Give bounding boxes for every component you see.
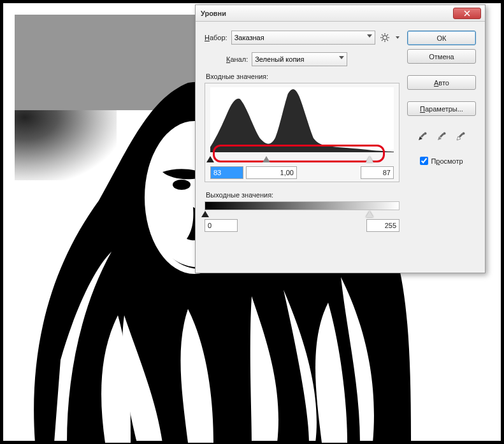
histogram-box: 83 1,00 87 <box>205 83 400 182</box>
output-black-slider[interactable] <box>201 211 209 217</box>
preview-checkbox[interactable] <box>420 157 428 165</box>
output-white-slider[interactable] <box>366 211 373 217</box>
output-white-field[interactable]: 255 <box>366 219 400 232</box>
channel-select[interactable]: Зеленый копия <box>252 52 347 66</box>
svg-point-12 <box>424 132 427 135</box>
gamma-slider[interactable] <box>263 156 270 162</box>
svg-point-2 <box>383 36 387 39</box>
black-point-slider[interactable] <box>206 156 214 162</box>
preset-label: Набор: <box>205 34 227 41</box>
white-point-slider[interactable] <box>366 156 373 162</box>
eyedropper-black-button[interactable] <box>416 129 429 141</box>
auto-button[interactable]: Авто <box>407 75 476 90</box>
svg-point-16 <box>463 132 465 135</box>
preset-value: Заказная <box>234 34 264 41</box>
close-button[interactable] <box>453 8 481 19</box>
input-white-field[interactable]: 87 <box>361 166 394 179</box>
options-button[interactable]: Параметры... <box>407 101 476 116</box>
preview-label: Просмотр <box>431 157 463 165</box>
svg-line-7 <box>382 34 383 36</box>
chevron-down-icon <box>339 56 344 59</box>
dialog-title: Уровни <box>199 10 453 17</box>
eyedropper-black-icon <box>417 131 428 141</box>
input-black-field[interactable]: 83 <box>210 166 243 179</box>
gear-icon <box>380 33 389 42</box>
svg-line-8 <box>387 39 388 41</box>
preset-select[interactable]: Заказная <box>231 31 375 45</box>
channel-value: Зеленый копия <box>255 55 304 63</box>
input-gamma-field[interactable]: 1,00 <box>246 166 297 179</box>
output-levels-label: Выходные значения: <box>206 191 400 199</box>
svg-point-14 <box>443 132 446 135</box>
cancel-button[interactable]: Отмена <box>407 49 476 64</box>
titlebar[interactable]: Уровни <box>196 5 485 22</box>
levels-dialog: Уровни Набор: Заказная Канал: Зеленый <box>195 4 486 273</box>
svg-line-10 <box>382 39 383 41</box>
eyedropper-white-button[interactable] <box>454 129 467 141</box>
chevron-down-icon <box>367 34 372 38</box>
preset-menu-button[interactable] <box>379 32 391 43</box>
output-black-field[interactable]: 0 <box>205 219 238 232</box>
input-slider-track[interactable] <box>210 154 394 162</box>
chevron-down-icon <box>396 36 400 39</box>
svg-line-9 <box>387 34 388 36</box>
input-levels-label: Входные значения: <box>206 73 400 80</box>
svg-point-1 <box>173 180 191 190</box>
channel-label: Канал: <box>226 55 248 63</box>
output-gradient[interactable] <box>205 201 400 210</box>
eyedropper-gray-icon <box>436 131 447 141</box>
eyedropper-gray-button[interactable] <box>435 129 448 141</box>
close-icon <box>464 10 470 17</box>
eyedropper-white-icon <box>456 131 466 141</box>
histogram <box>210 87 394 152</box>
ok-button[interactable]: ОК <box>407 31 476 45</box>
